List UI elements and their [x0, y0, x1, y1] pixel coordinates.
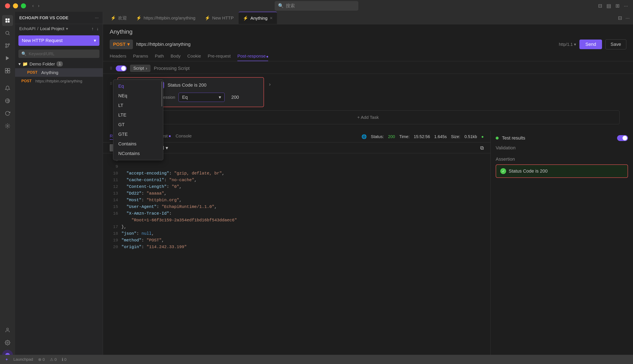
- tab-path[interactable]: Path: [155, 54, 164, 61]
- activity-git[interactable]: [2, 40, 13, 51]
- activity-person[interactable]: [2, 325, 13, 336]
- status-dot: ●: [481, 134, 484, 139]
- folder-item[interactable]: ▾ 📁 Demo Folder 1: [15, 60, 103, 68]
- expression-dropdown: Eq NEq LT LTE GT GTE Contains NContains: [113, 80, 163, 160]
- url-input[interactable]: [136, 42, 555, 47]
- script-label: Script: [133, 66, 144, 71]
- upload-icon[interactable]: ↑: [92, 26, 94, 31]
- request-url: https://httpbin.org/anything: [35, 79, 82, 84]
- breadcrumb-current[interactable]: Local Project: [40, 26, 64, 31]
- assertions-area: ⠿ Assertion ▾ Status Code is 200: [103, 74, 633, 131]
- http-version[interactable]: http/1.1 ▾: [559, 42, 576, 47]
- download-icon[interactable]: ↓: [97, 26, 99, 31]
- script-button[interactable]: Script ›: [130, 65, 151, 72]
- code-area[interactable]: 8 9 10 "accept-encoding": "gzip, deflate…: [103, 153, 490, 364]
- script-toggle[interactable]: [116, 66, 127, 71]
- sidebar-breadcrumb: EchoAPI / Local Project ▾ ↑ ↓: [15, 24, 103, 33]
- sidebar-icon[interactable]: ▤: [606, 3, 611, 9]
- tab-icon-anything: ⚡: [243, 16, 248, 21]
- tab-body[interactable]: Body: [171, 54, 181, 61]
- drag-handle[interactable]: ⠿: [110, 66, 112, 71]
- sidebar-menu-button[interactable]: ···: [95, 15, 99, 20]
- breadcrumb-root[interactable]: EchoAPI: [19, 26, 36, 31]
- tab-close-anything[interactable]: ✕: [270, 16, 273, 20]
- activity-explorer[interactable]: [2, 15, 13, 26]
- activity-notifications[interactable]: [2, 83, 13, 94]
- tab-label-welcome: 欢迎: [118, 15, 127, 21]
- close-button[interactable]: [5, 3, 10, 8]
- svg-rect-3: [8, 21, 10, 22]
- dropdown-item-lte[interactable]: LTE: [113, 110, 163, 120]
- sidebar-header: ECHOAPI FOR VS CODE ···: [15, 12, 103, 24]
- folder-badge: 1: [57, 61, 63, 66]
- activity-globe[interactable]: [2, 96, 13, 106]
- titlebar-search[interactable]: 🔍 搜索: [275, 1, 358, 11]
- minimize-button[interactable]: [13, 3, 18, 8]
- svg-rect-13: [8, 71, 10, 73]
- test-results-label: Test results: [502, 135, 525, 141]
- time-label: Time:: [399, 134, 409, 139]
- new-request-button[interactable]: New HTTP Request ▾: [19, 35, 100, 46]
- test-results-toggle-thumb: [622, 136, 627, 140]
- activity-search[interactable]: [2, 28, 13, 38]
- tab-welcome[interactable]: ⚡ 欢迎: [106, 12, 131, 24]
- layout-icon[interactable]: ⊞: [615, 3, 619, 9]
- tab-httpbin[interactable]: ⚡ https://httpbin.org/anything: [132, 12, 200, 24]
- forward-button[interactable]: ›: [38, 3, 39, 8]
- dropdown-item-contains[interactable]: Contains: [113, 139, 163, 149]
- tab-params[interactable]: Params: [133, 54, 148, 61]
- request-row: POST ▾ http/1.1 ▾ Send Save: [110, 39, 626, 49]
- status-logo: ✦: [5, 357, 8, 362]
- code-line: 14 "Host": "httpbin.org",: [110, 197, 484, 204]
- tab-split-icon[interactable]: ⊟: [618, 15, 622, 21]
- dropdown-item-lt[interactable]: LT: [113, 100, 163, 110]
- method-select[interactable]: POST ▾: [110, 40, 133, 49]
- tab-icon-welcome: ⚡: [111, 16, 116, 20]
- request-area: Anything POST ▾ http/1.1 ▾ Send Save Hea…: [103, 24, 633, 61]
- activity-extensions[interactable]: [2, 65, 13, 76]
- tab-anything[interactable]: ⚡ Anything ✕: [239, 12, 277, 24]
- tab-post-response[interactable]: Post-response: [237, 54, 268, 61]
- response-right: Test results Validation Assertion ✓ Stat…: [491, 131, 633, 364]
- activity-settings-y[interactable]: [2, 120, 13, 131]
- titlebar: ‹ › 🔍 搜索 ⊟ ▤ ⊞ ···: [0, 0, 633, 12]
- tab-cookie[interactable]: Cookie: [187, 54, 201, 61]
- assertion-results-section: Assertion ✓ Status Code is 200: [496, 156, 628, 178]
- list-item[interactable]: POST Anything: [15, 68, 103, 77]
- back-button[interactable]: ‹: [32, 3, 34, 8]
- panel-icon[interactable]: ⊟: [598, 3, 602, 9]
- dropdown-item-eq[interactable]: Eq: [113, 82, 163, 91]
- maximize-button[interactable]: [21, 3, 26, 8]
- add-task-area[interactable]: + Add Task: [116, 110, 619, 124]
- activity-refresh[interactable]: [2, 108, 13, 119]
- dropdown-item-neq[interactable]: NEq: [113, 91, 163, 100]
- code-line: 10 "accept-encoding": "gzip, deflate, br…: [110, 170, 484, 177]
- tab-pre-request[interactable]: Pre-request: [208, 54, 231, 61]
- launchpad-label[interactable]: Launchpad: [14, 357, 33, 362]
- search-bar[interactable]: 🔍 Keyword/URL: [19, 50, 100, 58]
- code-line: 15 "User-Agent": "EchapiRuntime/1.1.0",: [110, 204, 484, 210]
- tab-headers[interactable]: Headers: [110, 54, 126, 61]
- assertion-expand-icon[interactable]: ›: [269, 82, 271, 87]
- time-value: 15:52:56: [414, 134, 430, 139]
- dropdown-item-gte[interactable]: GTE: [113, 130, 163, 139]
- tab-more-icon[interactable]: ···: [625, 15, 630, 21]
- tab-new-http[interactable]: ⚡ New HTTP: [201, 12, 238, 24]
- activity-gear[interactable]: [2, 337, 13, 348]
- save-button[interactable]: Save: [605, 39, 626, 49]
- code-line: 18 "json": null,: [110, 230, 484, 237]
- duration-value: 1.645s: [434, 134, 447, 139]
- res-tab-console[interactable]: Console: [176, 134, 192, 140]
- more-icon[interactable]: ···: [624, 3, 628, 9]
- activity-run[interactable]: [2, 53, 13, 64]
- copy-icon[interactable]: ⧉: [480, 145, 484, 151]
- http-version-chevron: ▾: [574, 42, 576, 47]
- send-button[interactable]: Send: [579, 40, 602, 49]
- svg-rect-12: [5, 71, 7, 73]
- dropdown-item-gt[interactable]: GT: [113, 120, 163, 130]
- list-item[interactable]: POST https://httpbin.org/anything: [15, 77, 103, 85]
- test-results-toggle[interactable]: [617, 135, 628, 141]
- dropdown-item-ncontains[interactable]: NContains: [113, 149, 163, 158]
- expression-select[interactable]: Eq ▾: [179, 93, 225, 102]
- assertion-drag-handle[interactable]: ⠿: [110, 82, 112, 86]
